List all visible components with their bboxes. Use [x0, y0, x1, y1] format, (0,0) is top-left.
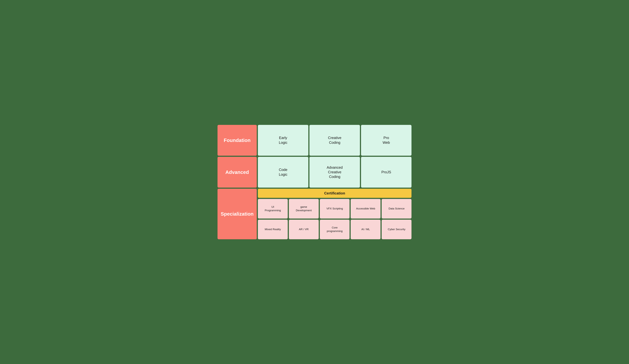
advanced-row: Advanced CodeLogic AdvancedCreativeCodin…	[217, 157, 412, 187]
core-programming-cell: Coreprogramming	[320, 220, 350, 239]
spec-row-2: Mixed Reality AR / VR Coreprogramming AI…	[258, 220, 412, 239]
cyber-security-cell: Cyber Security	[382, 220, 412, 239]
accessible-web-cell: Accessible Web	[351, 199, 380, 219]
pro-web-cell: ProWeb	[361, 125, 412, 156]
ai-ml-cell: AI / ML	[351, 220, 380, 239]
foundation-label: Foundation	[217, 125, 257, 156]
advanced-label: Advanced	[217, 157, 257, 187]
curriculum-grid: Foundation EarlyLogic CreativeCoding Pro…	[216, 124, 413, 240]
advanced-content: CodeLogic AdvancedCreativeCoding ProJS	[258, 157, 412, 187]
mixed-reality-cell: Mixed Reality	[258, 220, 288, 239]
foundation-row: Foundation EarlyLogic CreativeCoding Pro…	[217, 125, 412, 156]
advanced-creative-coding-cell: AdvancedCreativeCoding	[310, 157, 360, 187]
vfx-scripting-cell: VFX Scripting	[320, 199, 350, 219]
specialization-row: Specialization Certification UIProgrammi…	[217, 189, 412, 239]
creative-coding-cell: CreativeCoding	[310, 125, 360, 156]
foundation-content: EarlyLogic CreativeCoding ProWeb	[258, 125, 412, 156]
spec-row-1: UIProgramming gameDevelopment VFX Script…	[258, 199, 412, 219]
code-logic-cell: CodeLogic	[258, 157, 308, 187]
ar-vr-cell: AR / VR	[289, 220, 319, 239]
specialization-label: Specialization	[217, 189, 257, 239]
data-science-cell: Data Science	[382, 199, 412, 219]
certification-banner: Certification	[258, 189, 412, 198]
game-development-cell: gameDevelopment	[289, 199, 319, 219]
early-logic-cell: EarlyLogic	[258, 125, 308, 156]
projs-cell: ProJS	[361, 157, 412, 187]
specialization-content: Certification UIProgramming gameDevelopm…	[258, 189, 412, 239]
ui-programming-cell: UIProgramming	[258, 199, 288, 219]
